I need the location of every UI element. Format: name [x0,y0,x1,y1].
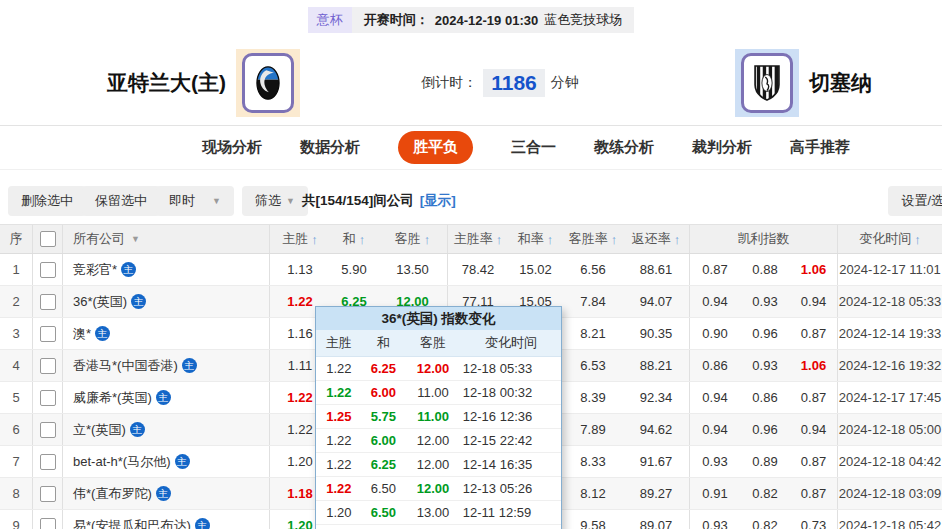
tab-data-analysis[interactable]: 数据分析 [300,138,360,157]
row-checkbox[interactable] [40,422,56,438]
primary-badge-icon: 主 [156,390,171,405]
row-checkbox[interactable] [40,294,56,310]
kickoff-time: 2024-12-19 01:30 [435,13,538,28]
column-header-客胜率[interactable]: 客胜率↑ [563,225,623,253]
row-checkbox[interactable] [40,486,56,502]
popup-change-time: 12-13 05:26 [461,481,561,496]
popup-column-header: 主胜 [316,334,362,352]
company-name: 伟*(直布罗陀) [73,485,152,503]
value-cell: 0.93 [740,350,790,381]
value-cell: 8 [0,478,33,509]
column-header-和[interactable]: 和↑ [330,225,378,253]
row-checkbox-cell[interactable] [33,318,63,349]
row-checkbox-cell[interactable] [33,350,63,381]
kickoff-label: 开赛时间： [364,11,429,29]
league-badge: 意杯 [308,7,352,33]
company-cell: 伟*(直布罗陀)主 [63,478,270,509]
company-name: 澳* [73,325,91,343]
row-checkbox[interactable] [40,358,56,374]
popup-column-header: 客胜 [405,334,461,352]
value-cell: 88.21 [623,350,690,381]
row-checkbox-cell[interactable] [33,414,63,445]
row-checkbox[interactable] [40,390,56,406]
popup-change-time: 12-18 05:33 [461,361,561,376]
primary-badge-icon: 主 [131,294,146,309]
value-cell: 1.06 [790,350,838,381]
popup-odds-value: 12.00 [405,481,461,496]
popup-odds-value: 6.25 [362,361,406,376]
instant-dropdown[interactable]: 即时 ▼ [156,186,234,216]
value-cell: 92.34 [623,382,690,413]
column-header-客胜[interactable]: 客胜↑ [378,225,448,253]
value-cell: 0.94 [690,286,740,317]
tab-referee-analysis[interactable]: 裁判分析 [692,138,752,157]
tab-live-analysis[interactable]: 现场分析 [202,138,262,157]
column-header-和率[interactable]: 和率↑ [508,225,563,253]
row-checkbox[interactable] [40,454,56,470]
value-cell: 8.21 [563,318,623,349]
row-checkbox-cell[interactable] [33,286,63,317]
popup-odds-value: 1.22 [316,457,362,472]
select-all-checkbox[interactable] [40,231,56,247]
sort-up-icon: ↑ [547,232,554,247]
header-label: 凯利指数 [738,230,790,248]
row-checkbox-cell[interactable] [33,446,63,477]
odds-cell[interactable]: 1.13 [270,254,330,285]
popup-odds-value: 1.22 [316,433,362,448]
odds-change-popup: 36*(英国) 指数变化 主胜和客胜变化时间 1.226.2512.0012-1… [315,306,562,529]
popup-title: 36*(英国) 指数变化 [316,307,561,330]
row-checkbox-cell[interactable] [33,478,63,509]
company-cell: 36*(英国)主 [63,286,270,317]
tab-coach-analysis[interactable]: 教练分析 [594,138,654,157]
company-cell: bet-at-h*(马尔他)主 [63,446,270,477]
sort-up-icon: ↑ [611,232,618,247]
column-header-主胜率[interactable]: 主胜率↑ [448,225,508,253]
table-header-row: 序所有公司▼主胜↑和↑客胜↑主胜率↑和率↑客胜率↑返还率↑凯利指数变化时间↑ [0,224,942,254]
delete-selected-button[interactable]: 删除选中 [8,186,86,216]
settings-button[interactable]: 设置/选择 [888,186,942,216]
row-checkbox[interactable] [40,518,56,529]
row-checkbox[interactable] [40,326,56,342]
column-header-变化时间[interactable]: 变化时间↑ [838,225,942,253]
value-cell: 0.93 [690,510,740,529]
value-cell: 94.62 [623,414,690,445]
odds-cell[interactable]: 5.90 [330,254,378,285]
popup-odds-value: 6.50 [362,481,406,496]
teams-header: 亚特兰大(主) 倒计时： 1186 分钟 [0,42,942,124]
row-checkbox[interactable] [40,262,56,278]
select-all-checkbox-cell[interactable] [33,225,63,253]
tab-win-draw-lose[interactable]: 胜平负 [398,131,473,164]
keep-selected-button[interactable]: 保留选中 [82,186,160,216]
filter-dropdown[interactable]: 筛选 ▼ [242,186,308,216]
cesena-crest-icon [750,61,784,105]
show-link[interactable]: [显示] [420,192,456,210]
odds-cell[interactable]: 13.50 [378,254,448,285]
tab-expert-picks[interactable]: 高手推荐 [790,138,850,157]
column-header-主胜[interactable]: 主胜↑ [270,225,330,253]
row-checkbox-cell[interactable] [33,382,63,413]
popup-header-row: 主胜和客胜变化时间 [316,330,561,357]
popup-odds-value: 13.00 [405,505,461,520]
popup-odds-row: 1.226.0011.0012-18 00:32 [316,381,561,405]
tab-three-in-one[interactable]: 三合一 [511,138,556,157]
company-cell: 立*(英国)主 [63,414,270,445]
column-header-所有公司[interactable]: 所有公司▼ [63,225,270,253]
column-header-返还率[interactable]: 返还率↑ [623,225,690,253]
popup-column-header: 变化时间 [461,334,561,352]
value-cell: 78.42 [448,254,508,285]
value-cell: 2024-12-16 19:32 [838,350,942,381]
value-cell: 0.94 [790,414,838,445]
value-cell: 0.86 [690,350,740,381]
value-cell: 0.87 [790,382,838,413]
row-checkbox-cell[interactable] [33,254,63,285]
value-cell: 0.89 [740,446,790,477]
value-cell: 5 [0,382,33,413]
value-cell: 0.94 [690,414,740,445]
row-checkbox-cell[interactable] [33,510,63,529]
value-cell: 89.27 [623,478,690,509]
header-label: 所有公司 [73,230,125,248]
popup-odds-value: 12.00 [405,433,461,448]
home-team-logo [236,49,300,117]
header-label: 和率 [518,230,544,248]
company-name: 竞彩官* [73,261,117,279]
